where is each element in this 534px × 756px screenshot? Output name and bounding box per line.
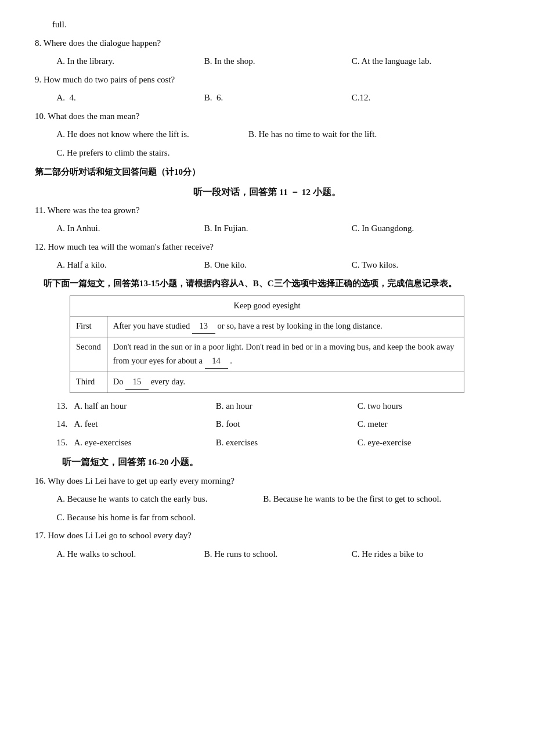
q15-opt-b: B. exercises <box>216 435 358 451</box>
question-16: 16. Why does Li Lei have to get up early… <box>35 474 499 489</box>
table-cell-first-content: After you have studied 13 or so, have a … <box>107 316 464 337</box>
section2-title: 第二部分听对话和短文回答问题（计10分） <box>35 165 499 180</box>
question-12: 12. How much tea will the woman's father… <box>35 240 499 255</box>
question-12-options: A. Half a kilo. B. One kilo. C. Two kilo… <box>35 258 499 273</box>
question-13-options: 13. A. half an hour B. an hour C. two ho… <box>35 399 499 414</box>
eyesight-table: Keep good eyesight First After you have … <box>70 296 464 393</box>
table-cell-third-content: Do 15 every day. <box>107 372 464 393</box>
q14-num: 14. <box>57 417 74 432</box>
blank-14: 14 <box>205 354 228 369</box>
q13-opt-c: C. two hours <box>358 399 499 414</box>
q17-opt-c: C. He rides a bike to <box>352 547 499 562</box>
question-15-options: 15. A. eye-exercises B. exercises C. eye… <box>35 435 499 451</box>
q12-opt-b: B. One kilo. <box>204 258 352 273</box>
q8-opt-c: C. At the language lab. <box>352 54 499 69</box>
table-cell-second-label: Second <box>70 337 107 372</box>
question-8-options: A. In the library. B. In the shop. C. At… <box>35 54 499 69</box>
question-16-options-ab: A. Because he wants to catch the early b… <box>35 492 499 507</box>
q17-opt-a: A. He walks to school. <box>57 547 204 562</box>
q8-opt-b: B. In the shop. <box>204 54 352 69</box>
q11-opt-c: C. In Guangdong. <box>352 221 499 236</box>
passage2-bold-title: 听一篇短文，回答第 16-20 小题。 <box>35 455 499 470</box>
blank-15: 15 <box>125 375 149 390</box>
table-header: Keep good eyesight <box>70 296 464 316</box>
q17-opt-b: B. He runs to school. <box>204 547 352 562</box>
question-11-options: A. In Anhui. B. In Fujian. C. In Guangdo… <box>35 221 499 236</box>
q14-opt-b: B. foot <box>216 417 358 432</box>
question-9-options: A. 4. B. 6. C.12. <box>35 91 499 106</box>
intro-line: full. <box>35 17 499 33</box>
table-cell-third-label: Third <box>70 372 107 393</box>
table-row-first: First After you have studied 13 or so, h… <box>70 316 464 337</box>
question-14-options: 14. A. feet B. foot C. meter <box>35 417 499 432</box>
q10-opt-b: B. He has no time to wait for the lift. <box>248 127 499 142</box>
q15-opt-a: A. eye-exercises <box>74 435 216 451</box>
q11-opt-a: A. In Anhui. <box>57 221 204 236</box>
question-10-options-ab: A. He does not know where the lift is. B… <box>35 127 499 142</box>
q12-opt-a: A. Half a kilo. <box>57 258 204 273</box>
question-10: 10. What does the man mean? <box>35 109 499 124</box>
table-cell-second-content: Don't read in the sun or in a poor light… <box>107 337 464 372</box>
q16-opt-b: B. Because he wants to be the first to g… <box>263 492 499 507</box>
q12-opt-c: C. Two kilos. <box>352 258 499 273</box>
table-row-second: Second Don't read in the sun or in a poo… <box>70 337 464 372</box>
q14-opt-c: C. meter <box>358 417 499 432</box>
dialog-bold-title: 听一段对话，回答第 11 － 12 小题。 <box>35 185 499 200</box>
table-row-third: Third Do 15 every day. <box>70 372 464 393</box>
q10-opt-a: A. He does not know where the lift is. <box>57 127 248 142</box>
q16-opt-a: A. Because he wants to catch the early b… <box>57 492 264 507</box>
q15-num: 15. <box>57 435 74 451</box>
q13-opt-a: A. half an hour <box>74 399 216 414</box>
q9-opt-b: B. 6. <box>204 91 352 106</box>
question-17: 17. How does Li Lei go to school every d… <box>35 528 499 543</box>
question-9: 9. How much do two pairs of pens cost? <box>35 73 499 88</box>
q8-opt-a: A. In the library. <box>57 54 204 69</box>
passage-bold-title: 听下面一篇短文，回答第13-15小题，请根据内容从A、B、C三个选项中选择正确的… <box>35 276 499 291</box>
table-cell-first-label: First <box>70 316 107 337</box>
blank-13: 13 <box>192 319 215 334</box>
q9-opt-a: A. 4. <box>57 91 204 106</box>
q14-opt-a: A. feet <box>74 417 216 432</box>
q10-opt-c: C. He prefers to climb the stairs. <box>35 146 499 161</box>
question-8: 8. Where does the dialogue happen? <box>35 36 499 51</box>
q16-opt-c: C. Because his home is far from school. <box>35 510 499 525</box>
q13-opt-b: B. an hour <box>216 399 358 414</box>
q13-num: 13. <box>57 399 74 414</box>
question-17-options: A. He walks to school. B. He runs to sch… <box>35 547 499 562</box>
question-11: 11. Where was the tea grown? <box>35 203 499 218</box>
q15-opt-c: C. eye-exercise <box>358 435 499 451</box>
q9-opt-c: C.12. <box>352 91 499 106</box>
q11-opt-b: B. In Fujian. <box>204 221 352 236</box>
